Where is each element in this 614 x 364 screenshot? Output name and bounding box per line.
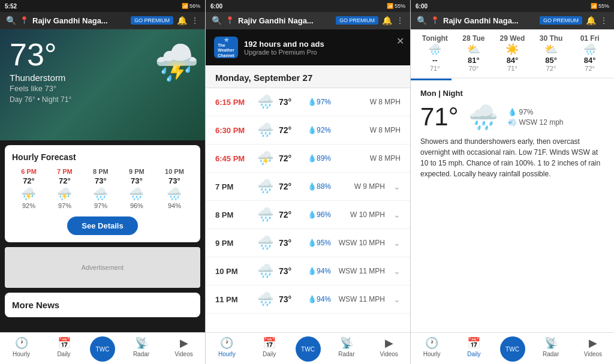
nav-daily-middle[interactable]: 📅 Daily xyxy=(248,336,291,362)
tab-30thu[interactable]: 30 Thu ⛅ 85° 72° xyxy=(532,29,571,77)
go-premium-btn-left[interactable]: GO PREMIUM xyxy=(131,16,173,25)
search-bar-left[interactable]: 🔍 📍 Rajiv Gandhi Naga... GO PREMIUM 🔔 ⋮ xyxy=(0,12,205,29)
ad-close-button[interactable]: ✕ xyxy=(396,35,404,47)
time-left: 5:52 xyxy=(5,3,17,10)
hourly-row-4[interactable]: 8 PM 🌧️ 72° 💧96% W 10 MPH ⌄ xyxy=(206,201,410,229)
detail-stats: 💧 97% 💨 WSW 12 mph xyxy=(508,108,564,127)
row-temp-0: 73° xyxy=(279,97,303,107)
nav-twc-right[interactable]: TWC xyxy=(500,336,525,362)
nav-hourly-left[interactable]: 🕐 Hourly xyxy=(0,336,43,362)
row-temp-3: 72° xyxy=(279,182,303,191)
hourly-row-7[interactable]: 11 PM 🌧️ 73° 💧94% WSW 11 MPH ⌄ xyxy=(206,285,410,314)
row-time-2: 6:45 PM xyxy=(215,154,251,163)
hourly-row-5[interactable]: 9 PM 🌧️ 73° 💧95% WSW 10 MPH ⌄ xyxy=(206,229,410,257)
menu-icon-middle[interactable]: ⋮ xyxy=(396,16,404,25)
hourly-nav-icon-right: 🕐 xyxy=(425,336,438,350)
nav-hourly-right[interactable]: 🕐 Hourly xyxy=(411,336,453,362)
row-temp-4: 72° xyxy=(279,210,303,219)
hourly-row-2[interactable]: 6:45 PM ⛈️ 72° 💧89% W 8 MPH xyxy=(206,145,410,173)
nav-radar-middle[interactable]: 📡 Radar xyxy=(326,336,368,362)
hourly-item-4: 10 PM 73° 🌧️ 94% xyxy=(165,168,184,209)
hourly-items-list: 6 PM 72° ⛈️ 92% 7 PM 72° ⛈️ 97% 8 PM 73°… xyxy=(12,168,193,209)
detail-precip-stat: 💧 97% xyxy=(508,108,564,116)
detail-date: Mon | Night xyxy=(420,89,604,98)
hourly-temp-4: 73° xyxy=(168,176,180,185)
row-temp-5: 73° xyxy=(279,238,303,248)
detail-day-period: Mon | Night xyxy=(420,89,463,98)
battery-right: 📶 55% xyxy=(591,3,609,9)
hourly-row-3[interactable]: 7 PM 🌧️ 72° 💧88% W 9 MPH ⌄ xyxy=(206,173,410,201)
menu-icon-left[interactable]: ⋮ xyxy=(191,16,199,25)
right-content: Tonight 🌧️ -- 71° 28 Tue ⛅ 81° 70° 29 We… xyxy=(411,29,614,364)
tab-28tue[interactable]: 28 Tue ⛅ 81° 70° xyxy=(455,29,493,77)
hourly-row-6[interactable]: 10 PM 🌧️ 73° 💧94% WSW 11 MPH ⌄ xyxy=(206,257,410,285)
search-icon-right: 🔍 xyxy=(417,16,427,25)
bottom-nav-middle: 🕐 Hourly 📅 Daily TWC 📡 Radar ▶ Videos xyxy=(206,332,410,364)
hourly-hour-2: 8 PM xyxy=(93,168,109,175)
hourly-hour-3: 9 PM xyxy=(129,168,145,175)
nav-hourly-middle[interactable]: 🕐 Hourly xyxy=(206,336,248,362)
go-premium-btn-middle[interactable]: GO PREMIUM xyxy=(336,16,378,25)
row-time-3: 7 PM xyxy=(215,182,251,191)
nav-videos-middle[interactable]: ▶ Videos xyxy=(368,336,410,362)
nav-twc-left[interactable]: TWC xyxy=(90,336,115,362)
row-precip-3: 💧88% xyxy=(308,182,332,191)
row-wind-6: WSW 11 MPH xyxy=(336,267,385,275)
hourly-hour-1: 7 PM xyxy=(57,168,73,175)
row-time-7: 11 PM xyxy=(215,295,251,304)
row-time-0: 6:15 PM xyxy=(215,98,251,107)
hourly-temp-3: 73° xyxy=(131,176,143,185)
hourly-temp-1: 72° xyxy=(59,176,71,185)
location-icon-middle: 📍 xyxy=(225,16,234,25)
see-details-button[interactable]: See Details xyxy=(67,216,137,235)
bell-icon-left[interactable]: 🔔 xyxy=(177,16,187,25)
nav-daily-right[interactable]: 📅 Daily xyxy=(453,336,495,362)
precip-icon: 💧 xyxy=(508,108,517,116)
expand-icon-6[interactable]: ⌄ xyxy=(393,266,401,276)
hourly-hour-4: 10 PM xyxy=(165,168,184,175)
nav-radar-left[interactable]: 📡 Radar xyxy=(120,336,162,362)
hourly-row-0[interactable]: 6:15 PM 🌧️ 73° 💧97% W 8 MPH xyxy=(206,88,410,116)
hourly-item-1: 7 PM 72° ⛈️ 97% xyxy=(57,168,73,209)
hero-feels-like: Feels like 73° xyxy=(10,84,195,93)
hourly-row-1[interactable]: 6:30 PM 🌧️ 72° 💧92% W 8 MPH xyxy=(206,116,410,145)
expand-icon-5[interactable]: ⌄ xyxy=(393,238,401,248)
ad-subtext: Upgrade to Premium Pro xyxy=(244,49,324,56)
expand-icon-3[interactable]: ⌄ xyxy=(393,182,401,191)
search-bar-right[interactable]: 🔍 📍 Rajiv Gandhi Naga... GO PREMIUM 🔔 ⋮ xyxy=(411,12,614,29)
detail-temperature: 71° xyxy=(420,103,459,131)
ad-banner: ★ TheWeatherChannel 192 hours and no ads… xyxy=(206,29,410,65)
row-wind-3: W 9 MPH xyxy=(336,182,385,191)
row-time-1: 6:30 PM xyxy=(215,126,251,135)
tab-tonight[interactable]: Tonight 🌧️ -- 71° xyxy=(416,29,455,77)
tab-01fri[interactable]: 01 Fri 🌧️ 84° 72° xyxy=(570,29,609,77)
row-wind-1: W 8 MPH xyxy=(336,126,401,134)
time-right: 6:00 xyxy=(416,3,428,10)
search-icon-left: 🔍 xyxy=(6,16,16,25)
nav-videos-right[interactable]: ▶ Videos xyxy=(572,336,614,362)
nav-daily-left[interactable]: 📅 Daily xyxy=(43,336,85,362)
bottom-nav-left: 🕐 Hourly 📅 Daily TWC 📡 Radar ▶ Videos xyxy=(0,332,205,364)
precip-value: 97% xyxy=(519,108,534,116)
hourly-precip-0: 92% xyxy=(22,202,35,209)
time-middle: 6:00 xyxy=(210,3,222,10)
left-content: 73° Thunderstorm Feels like 73° Day 76° … xyxy=(0,29,205,364)
middle-content: ★ TheWeatherChannel 192 hours and no ads… xyxy=(206,29,410,364)
daily-icon-nav: 📅 xyxy=(58,336,71,350)
go-premium-btn-right[interactable]: GO PREMIUM xyxy=(540,16,582,25)
weather-hero: 73° Thunderstorm Feels like 73° Day 76° … xyxy=(0,29,205,140)
ad-text: 192 hours and no ads Upgrade to Premium … xyxy=(244,40,324,56)
search-bar-middle[interactable]: 🔍 📍 Rajiv Gandhi Naga... GO PREMIUM 🔔 ⋮ xyxy=(206,12,410,29)
expand-icon-7[interactable]: ⌄ xyxy=(393,294,401,304)
bell-icon-right[interactable]: 🔔 xyxy=(586,16,596,25)
hourly-icon-4: 🌧️ xyxy=(167,186,182,201)
bell-icon-middle[interactable]: 🔔 xyxy=(382,16,392,25)
nav-videos-left[interactable]: ▶ Videos xyxy=(162,336,205,362)
menu-icon-right[interactable]: ⋮ xyxy=(600,16,608,25)
hourly-icon-nav: 🕐 xyxy=(15,336,28,350)
tab-29wed[interactable]: 29 Wed ☀️ 84° 71° xyxy=(493,29,532,77)
expand-icon-4[interactable]: ⌄ xyxy=(393,210,401,219)
hourly-precip-3: 96% xyxy=(130,202,143,209)
nav-radar-right[interactable]: 📡 Radar xyxy=(530,336,572,362)
nav-twc-middle[interactable]: TWC xyxy=(296,336,321,362)
